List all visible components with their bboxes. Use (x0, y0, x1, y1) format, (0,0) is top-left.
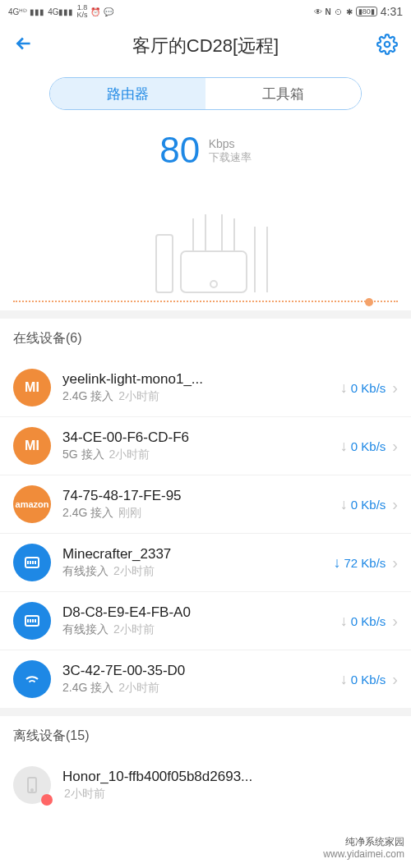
alarm-icon: ⏰ (90, 7, 100, 16)
status-bar: 4G ᴴᴰ ▮▮▮ 4G ▮▮▮ 1.8 K/s ⏰ 💬 👁 N ⏲ ✱ ▮80… (0, 0, 411, 23)
device-name: D8-C8-E9-E4-FB-A0 (62, 604, 340, 621)
tab-toolbox[interactable]: 工具箱 (206, 78, 361, 109)
chevron-right-icon: › (392, 670, 398, 689)
device-speed: ↓ 0 Kb/s (340, 496, 386, 513)
device-row[interactable]: 3C-42-7E-00-35-D0 2.4G 接入 2小时前 ↓ 0 Kb/s … (0, 650, 411, 708)
download-arrow-icon: ↓ (340, 671, 348, 688)
signal-1: 4G ᴴᴰ ▮▮▮ (8, 7, 44, 16)
tab-router[interactable]: 路由器 (50, 78, 206, 109)
speed-display: 80 Kbps 下载速率 (0, 122, 411, 171)
device-row[interactable]: D8-C8-E9-E4-FB-A0 有线接入 2小时前 ↓ 0 Kb/s › (0, 592, 411, 650)
chevron-right-icon: › (392, 553, 398, 572)
download-arrow-icon: ↓ (333, 554, 340, 572)
nav-bar: 客厅的CD28[远程] (0, 23, 411, 69)
wechat-icon: 💬 (104, 7, 113, 16)
device-row[interactable]: MI yeelink-light-mono1_... 2.4G 接入 2小时前 … (0, 359, 411, 417)
device-meta: 5G 接入 2小时前 (62, 448, 340, 462)
download-arrow-icon: ↓ (340, 496, 348, 513)
status-time: 4:31 (381, 5, 403, 18)
router-illustration (123, 202, 288, 301)
svg-point-2 (210, 281, 217, 287)
net-speed: 1.8 K/s (76, 4, 87, 19)
device-name: 74-75-48-17-FE-95 (62, 488, 340, 504)
chart-marker (365, 298, 373, 306)
device-meta: 2小时前 (62, 787, 398, 801)
settings-button[interactable] (376, 34, 398, 58)
device-name: 34-CE-00-F6-CD-F6 (62, 429, 340, 446)
device-icon (13, 766, 51, 804)
chevron-right-icon: › (392, 495, 398, 514)
download-arrow-icon: ↓ (340, 438, 348, 455)
signal-2: 4G ▮▮▮ (48, 7, 73, 16)
back-button[interactable] (13, 33, 35, 60)
device-icon: MI (13, 369, 51, 406)
battery-icon: ▮80▮ (356, 7, 377, 16)
nfc-icon: N (326, 7, 331, 16)
chevron-right-icon: › (392, 379, 398, 397)
download-arrow-icon: ↓ (340, 613, 348, 630)
device-icon (13, 602, 51, 640)
device-speed: ↓ 0 Kb/s (340, 613, 386, 630)
device-speed: ↓ 72 Kb/s (333, 554, 386, 572)
device-row[interactable]: Minecrafter_2337 有线接入 2小时前 ↓ 72 Kb/s › (0, 534, 411, 592)
clock-icon: ⏲ (335, 7, 343, 16)
speed-chart (13, 171, 398, 310)
svg-point-13 (31, 789, 33, 791)
svg-rect-3 (156, 235, 173, 292)
device-name: Honor_10-ffb400f05b8d2693... (62, 769, 398, 785)
device-row[interactable]: Honor_10-ffb400f05b8d2693... 2小时前 (0, 756, 411, 814)
device-meta: 2.4G 接入 2小时前 (62, 389, 340, 404)
offline-devices-header: 离线设备(15) (0, 716, 411, 756)
eye-icon: 👁 (314, 7, 322, 16)
page-title: 客厅的CD28[远程] (132, 34, 279, 58)
device-speed: ↓ 0 Kb/s (340, 379, 386, 397)
device-speed: ↓ 0 Kb/s (340, 438, 386, 455)
device-row[interactable]: MI 34-CE-00-F6-CD-F6 5G 接入 2小时前 ↓ 0 Kb/s… (0, 417, 411, 475)
online-device-list: MI yeelink-light-mono1_... 2.4G 接入 2小时前 … (0, 359, 411, 708)
segmented-control: 路由器 工具箱 (49, 77, 362, 110)
speed-unit: Kbps (209, 137, 252, 151)
chevron-right-icon: › (392, 437, 398, 456)
device-row[interactable]: amazon 74-75-48-17-FE-95 2.4G 接入 刚刚 ↓ 0 … (0, 475, 411, 534)
device-meta: 2.4G 接入 2小时前 (62, 681, 340, 696)
download-arrow-icon: ↓ (340, 379, 348, 397)
bluetooth-icon: ✱ (346, 7, 353, 16)
speed-value: 80 (159, 130, 200, 171)
watermark: 纯净系统家园 www.yidaimei.com (323, 836, 404, 861)
device-meta: 有线接入 2小时前 (62, 564, 333, 579)
device-meta: 2.4G 接入 刚刚 (62, 506, 340, 521)
device-name: 3C-42-7E-00-35-D0 (62, 663, 340, 679)
device-name: yeelink-light-mono1_... (62, 371, 340, 388)
svg-point-0 (385, 42, 390, 48)
device-meta: 有线接入 2小时前 (62, 622, 340, 637)
device-icon: amazon (13, 485, 51, 523)
offline-device-list: Honor_10-ffb400f05b8d2693... 2小时前 (0, 756, 411, 814)
chevron-right-icon: › (392, 612, 398, 631)
svg-rect-1 (181, 251, 247, 292)
chart-baseline (13, 301, 398, 302)
device-name: Minecrafter_2337 (62, 546, 333, 563)
device-icon: MI (13, 427, 51, 465)
device-speed: ↓ 0 Kb/s (340, 671, 386, 688)
online-devices-header: 在线设备(6) (0, 319, 411, 359)
speed-label: 下载速率 (209, 151, 252, 164)
device-icon (13, 660, 51, 698)
device-icon (13, 544, 51, 581)
